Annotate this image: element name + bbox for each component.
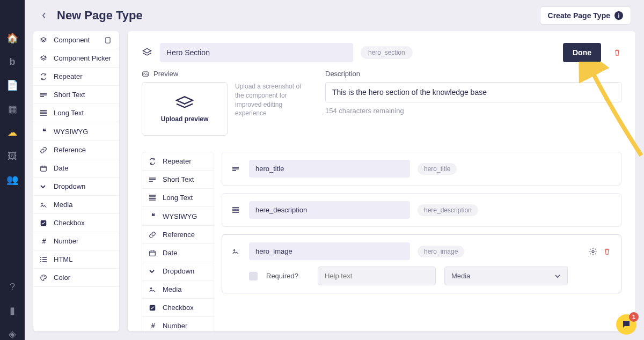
svg-point-5 — [42, 276, 43, 276]
field-type-item[interactable]: Media — [142, 280, 214, 299]
chev-icon — [149, 268, 157, 275]
gear-icon[interactable] — [589, 247, 597, 256]
field-type-item[interactable]: Reference — [142, 226, 214, 244]
field-name-input[interactable] — [249, 242, 410, 260]
long-icon — [40, 110, 48, 116]
blog-icon[interactable]: b — [6, 56, 18, 68]
file-icon[interactable]: 📄 — [6, 79, 18, 91]
topbar: New Page Type Create Page Type i — [25, 0, 644, 31]
upload-hint: Upload a screenshot of the component for… — [235, 82, 310, 136]
field-type-item[interactable]: HTML — [33, 250, 119, 269]
img-icon — [232, 248, 241, 255]
short-icon — [232, 166, 241, 172]
quote-icon: ❝ — [149, 212, 157, 220]
field-type-item[interactable]: Date — [33, 159, 119, 178]
page-title: New Page Type — [57, 9, 143, 23]
layers-icon[interactable]: ◈ — [6, 328, 18, 340]
delete-icon[interactable] — [613, 48, 621, 57]
required-label: Required? — [266, 272, 298, 280]
users-icon[interactable]: 👥 — [6, 174, 18, 186]
home-icon[interactable]: 🏠 — [6, 32, 18, 44]
field-type-item[interactable]: Repeater — [142, 152, 214, 171]
field-type-item[interactable]: ❝WYSIWYG — [142, 207, 214, 226]
svg-rect-1 — [41, 166, 47, 171]
long-icon — [232, 207, 241, 213]
link-icon — [149, 231, 157, 239]
long-icon — [149, 195, 157, 201]
image-icon[interactable]: 🖼 — [6, 150, 18, 162]
svg-point-15 — [592, 250, 594, 253]
cal-icon — [149, 249, 157, 257]
hash-icon: # — [40, 237, 48, 245]
delete-icon[interactable] — [603, 247, 611, 256]
field-type-item[interactable]: Component — [33, 31, 119, 49]
svg-point-14 — [234, 249, 235, 250]
field-slug: here_description — [418, 204, 478, 216]
check-icon — [40, 219, 48, 227]
help-icon[interactable]: ? — [6, 281, 18, 293]
create-page-type-button[interactable]: Create Page Type i — [540, 6, 631, 25]
nav-rail: 🏠 b 📄 ▦ ☁ 🖼 👥 ? ▮ ◈ — [0, 0, 25, 340]
field-row[interactable]: hero_title — [222, 152, 621, 186]
list-icon — [40, 256, 48, 263]
field-type-item[interactable]: #Number — [142, 317, 214, 331]
field-type-item[interactable]: Color — [33, 269, 119, 287]
book-icon — [104, 36, 113, 44]
svg-point-2 — [42, 203, 43, 204]
field-type-item[interactable]: #Number — [33, 232, 119, 250]
field-type-item[interactable]: Dropdown — [33, 178, 119, 196]
field-type-item[interactable]: Repeater — [33, 68, 119, 86]
upload-preview-box[interactable]: Upload preview — [142, 82, 228, 136]
field-type-select[interactable]: Media — [444, 267, 568, 285]
inner-types-panel: RepeaterShort TextLong Text❝WYSIWYGRefer… — [142, 152, 214, 331]
field-type-item[interactable]: Long Text — [142, 189, 214, 207]
component-slug: hero_section — [361, 46, 413, 59]
components-icon[interactable]: ☁ — [6, 127, 18, 138]
img-icon — [40, 202, 48, 208]
short-icon — [40, 92, 48, 98]
component-card: hero_section Done Preview Upload previe — [128, 31, 635, 331]
help-text-input[interactable] — [318, 267, 436, 285]
field-type-item[interactable]: ❝WYSIWYG — [33, 122, 119, 141]
grid-icon[interactable]: ▦ — [6, 103, 18, 115]
component-name-input[interactable] — [160, 43, 353, 62]
field-type-item[interactable]: Dropdown — [142, 262, 214, 280]
field-type-item[interactable]: Short Text — [33, 86, 119, 104]
field-name-input[interactable] — [249, 160, 410, 178]
required-checkbox[interactable] — [249, 272, 258, 280]
field-slug: hero_title — [418, 163, 457, 175]
field-slug: hero_image — [418, 246, 464, 257]
field-type-item[interactable]: Checkbox — [142, 299, 214, 317]
field-name-input[interactable] — [249, 201, 410, 219]
quote-icon: ❝ — [40, 127, 48, 136]
img-icon — [149, 286, 157, 293]
field-type-item[interactable]: Reference — [33, 141, 119, 159]
done-button[interactable]: Done — [563, 43, 601, 62]
layers-icon — [142, 47, 152, 58]
svg-rect-8 — [150, 250, 156, 255]
chars-remaining: 154 characters remaining — [325, 107, 621, 115]
description-label: Description — [325, 70, 621, 78]
chevron-down-icon — [554, 273, 561, 279]
description-input[interactable] — [325, 82, 621, 102]
field-type-item[interactable]: Short Text — [142, 171, 214, 189]
check-icon — [149, 304, 157, 312]
cal-icon — [40, 165, 48, 172]
chat-widget[interactable]: 1 — [616, 314, 636, 335]
field-type-item[interactable]: Media — [33, 196, 119, 214]
field-type-item[interactable]: Checkbox — [33, 214, 119, 232]
book-icon[interactable]: ▮ — [6, 305, 18, 316]
layers-icon — [40, 36, 48, 44]
svg-point-4 — [41, 277, 42, 277]
hash-icon: # — [149, 322, 157, 330]
palette-icon — [40, 274, 48, 282]
field-type-item[interactable]: Component Picker — [33, 49, 119, 68]
field-row[interactable]: here_description — [222, 193, 621, 227]
field-type-item[interactable]: Long Text — [33, 104, 119, 122]
field-row[interactable]: hero_imageRequired?Media — [222, 234, 621, 293]
back-button[interactable] — [38, 9, 50, 22]
svg-point-9 — [151, 287, 152, 289]
svg-rect-0 — [106, 37, 110, 43]
repeat-icon — [149, 158, 157, 165]
field-type-item[interactable]: Date — [142, 244, 214, 262]
